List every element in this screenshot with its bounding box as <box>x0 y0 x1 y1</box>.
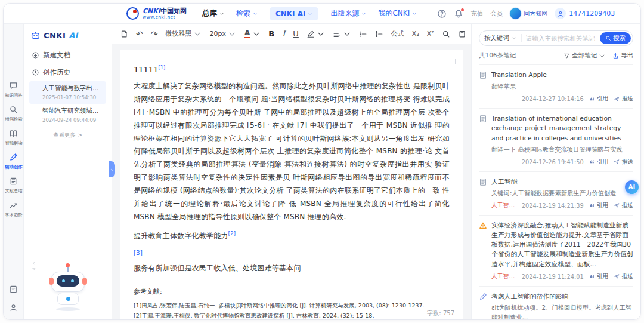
italic-button[interactable]: I <box>282 29 285 38</box>
book-icon <box>9 129 18 138</box>
note-item[interactable]: Translation of international education e… <box>479 109 633 172</box>
nav-cnki-ai[interactable]: CNKI AI <box>270 7 319 20</box>
search-filter-select[interactable]: 按关键词 <box>479 34 522 42</box>
export-notes-button[interactable]: 导出 <box>612 51 633 60</box>
vip-link[interactable]: 会员 <box>490 10 503 18</box>
rail-item-academic-trends[interactable]: 学术趋势 <box>4 201 23 218</box>
note-item[interactable]: 考虑人工智能的帮作的影响 εit为随机扰动项。2、门槛回归模型。考虑到人工智能对… <box>479 287 633 319</box>
document-list-item[interactable]: 人工智能与数字出版融合发展 2025-01-07 10:54:30 <box>29 81 106 104</box>
robot-mascot[interactable] <box>49 266 87 311</box>
note-title: 实体经济深度融合,推动人工智能赋能制造业新质生产力形成与价值创造能力提升.文章基… <box>491 221 633 269</box>
org-badge[interactable]: 同方知网 <box>510 8 547 19</box>
save-document-button[interactable] <box>120 30 128 38</box>
subscript-button[interactable]: X₂ <box>412 30 419 38</box>
superscript-button[interactable]: X² <box>427 30 434 38</box>
see-more-link[interactable]: 查看更多 > <box>29 131 106 139</box>
rail-item-knowledge-qa[interactable]: 知识问答 <box>4 81 23 99</box>
document-paragraph: 服务有所加强但是农民工收入低、处境困难等基本问 <box>134 262 450 275</box>
notes-search-bar: 按关键词 搜索 <box>479 30 633 46</box>
document-icon <box>9 177 18 186</box>
nav-zongku[interactable]: 总库 <box>202 8 224 19</box>
ai-assistant-button[interactable]: AI <box>625 180 639 194</box>
new-document-button[interactable]: 新建文档 <box>29 47 106 64</box>
writing-history-section[interactable]: 创作历史 <box>29 64 106 81</box>
note-date: 2024-12-19 14:21:39 <box>522 202 584 209</box>
font-color-button[interactable]: A <box>244 29 261 38</box>
push-button[interactable]: 推送 <box>614 273 633 281</box>
nav-my-cnki[interactable]: 我的CNKI <box>378 8 417 19</box>
quote-icon <box>589 96 595 102</box>
user-id: 14741209403 <box>569 10 615 17</box>
rail-item-label: 文献总结 <box>5 187 22 193</box>
cite-button[interactable]: 引用 <box>589 202 609 210</box>
push-button[interactable]: 推送 <box>614 202 633 210</box>
filter-all-notes[interactable]: 全部笔记 <box>564 51 605 60</box>
search-button[interactable]: 搜索 <box>600 32 631 44</box>
ordered-list-icon <box>375 30 383 38</box>
note-source-tag[interactable]: 人工智能驱动制造业新质生产力价值创... <box>491 202 516 210</box>
send-icon <box>614 96 620 102</box>
highlighter-icon <box>306 30 315 38</box>
align-button[interactable] <box>333 30 351 38</box>
cnki-logo[interactable]: CNKI中国知网 www.cnki.net <box>126 7 187 20</box>
bullet-list-button[interactable] <box>359 30 367 38</box>
document-page[interactable]: 11111[1] 大程度上解决了复杂网络模型的构造问题。然而除此之外贝叶斯网络中… <box>120 50 463 319</box>
brand-ai-text: AI <box>69 31 78 40</box>
note-item[interactable]: 人工智能 关键词:人工智能数据要素新质生产力价值创造 人工智能驱动制造业新质生产… <box>479 172 633 216</box>
push-button[interactable]: 推送 <box>614 95 633 103</box>
org-name: 同方知网 <box>524 10 547 18</box>
feedback-icon[interactable] <box>9 285 18 294</box>
search-icon <box>605 35 611 41</box>
find-replace-button[interactable] <box>442 30 450 38</box>
nav-search[interactable]: 检索 <box>236 8 258 19</box>
highlight-button[interactable] <box>306 30 325 38</box>
trend-icon <box>9 201 18 210</box>
note-source-tag[interactable]: 人工智能驱动制造业新质生产力价值创... <box>491 273 516 281</box>
underline-button[interactable]: U <box>293 29 299 38</box>
filter-all-label: 全部笔记 <box>572 51 597 60</box>
help-icon[interactable] <box>437 9 447 19</box>
nav-publish-source[interactable]: 出版来源 <box>330 8 366 19</box>
push-button[interactable]: 推送 <box>614 158 633 166</box>
citation-ref[interactable]: [3] <box>134 249 450 256</box>
note-page-icon <box>479 71 487 79</box>
font-size-select[interactable]: 20px <box>209 30 236 38</box>
bold-button[interactable]: B <box>268 29 274 38</box>
undo-button[interactable]: ↶ <box>136 30 143 38</box>
cite-button[interactable]: 引用 <box>589 95 609 103</box>
user-icon[interactable] <box>9 303 18 312</box>
format-paint-button[interactable] <box>458 30 466 38</box>
rail-item-smart-reading[interactable]: 智能解读 <box>4 129 23 146</box>
notes-search-input[interactable] <box>522 35 600 42</box>
send-icon <box>614 273 620 279</box>
font-family-select[interactable]: 微软雅黑 <box>165 29 202 38</box>
triangle-down-icon[interactable] <box>32 267 36 272</box>
rail-item-literature-summary[interactable]: 文献总结 <box>4 177 23 194</box>
citation-ref[interactable]: [1] <box>158 64 165 70</box>
notes-list: Translation Apple 翻译苹果 2024-12-27 10:14:… <box>479 65 633 319</box>
notes-count: 共106条笔记 <box>479 51 516 60</box>
redo-button[interactable]: ↷ <box>151 30 158 38</box>
rail-item-assisted-writing[interactable]: 辅助创作 <box>4 153 23 170</box>
quote-icon <box>589 159 595 165</box>
note-item[interactable]: 实体经济深度融合,推动人工智能赋能制造业新质生产力形成与价值创造能力提升.文章基… <box>479 216 633 287</box>
ordered-list-button[interactable] <box>375 30 383 38</box>
nav-label: CNKI AI <box>275 10 306 18</box>
nav-label: 出版来源 <box>330 8 359 19</box>
note-item[interactable]: Translation Apple 翻译苹果 2024-12-27 10:14:… <box>479 65 633 109</box>
send-icon <box>614 202 620 208</box>
document-list-item[interactable]: 智能汽车研究领域的应用 2024-09-24 09:44:09 <box>29 104 106 127</box>
chevron-left-icon[interactable] <box>32 261 36 266</box>
cite-button[interactable]: 引用 <box>589 273 609 281</box>
formula-button[interactable]: 公式 <box>391 29 404 38</box>
collapse-panel-button[interactable] <box>109 161 115 177</box>
user-account[interactable]: 14741209403 <box>555 8 615 19</box>
chevron-down-icon <box>599 53 605 59</box>
export-icon <box>612 53 619 59</box>
rail-item-enhanced-search[interactable]: 增强检索 <box>4 105 23 122</box>
citation-ref[interactable]: [2] <box>228 230 236 236</box>
recharge-link[interactable]: 充值 <box>470 10 483 18</box>
cite-button[interactable]: 引用 <box>589 158 609 166</box>
margin-mark <box>450 59 456 64</box>
notification-bell-icon[interactable] <box>454 9 463 19</box>
